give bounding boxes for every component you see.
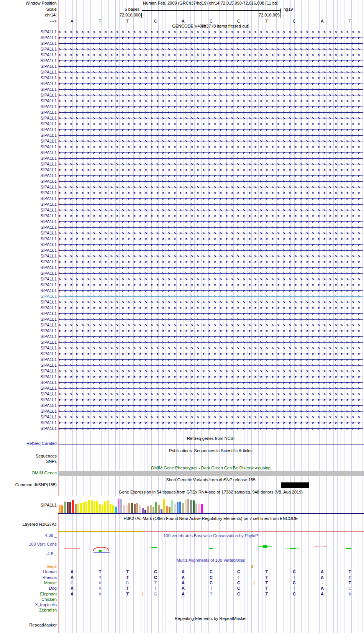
repeatmasker-track-label[interactable]: RepeatMasker — [0, 623, 57, 628]
gene-row-label[interactable]: SIPA1L1 — [0, 69, 57, 75]
gene-transcript-row[interactable]: >>>>>>>>>>>>>>>>>>>>>>>>>>>>>>>>>>>>>>>>… — [59, 242, 363, 248]
gene-transcript-row[interactable]: >>>>>>>>>>>>>>>>>>>>>>>>>>>>>>>>>>>>>>>>… — [59, 374, 363, 380]
gene-row-label[interactable]: SIPA1L1 — [0, 294, 57, 299]
gene-row-label[interactable]: SIPA1L1 — [0, 58, 57, 64]
gene-transcript-row[interactable]: >>>>>>>>>>>>>>>>>>>>>>>>>>>>>>>>>>>>>>>>… — [59, 75, 363, 81]
gene-transcript-row[interactable]: >>>>>>>>>>>>>>>>>>>>>>>>>>>>>>>>>>>>>>>>… — [59, 52, 363, 58]
gene-row-label[interactable]: SIPA1L1 — [0, 316, 57, 322]
gene-transcript-row[interactable]: >>>>>>>>>>>>>>>>>>>>>>>>>>>>>>>>>>>>>>>>… — [59, 299, 363, 305]
gene-transcript-row[interactable]: >>>>>>>>>>>>>>>>>>>>>>>>>>>>>>>>>>>>>>>>… — [59, 414, 363, 420]
gene-transcript-row[interactable]: >>>>>>>>>>>>>>>>>>>>>>>>>>>>>>>>>>>>>>>>… — [59, 98, 363, 104]
gene-transcript-row[interactable]: >>>>>>>>>>>>>>>>>>>>>>>>>>>>>>>>>>>>>>>>… — [59, 167, 363, 173]
gene-row-label[interactable]: SIPA1L1 — [0, 190, 57, 196]
gene-row-label[interactable]: SIPA1L1 — [0, 161, 57, 167]
gene-row-label[interactable]: SIPA1L1 — [0, 248, 57, 253]
gene-row-label[interactable]: SIPA1L1 — [0, 144, 57, 150]
gene-row-label[interactable]: SIPA1L1 — [0, 299, 57, 305]
gene-transcript-row[interactable]: >>>>>>>>>>>>>>>>>>>>>>>>>>>>>>>>>>>>>>>>… — [59, 248, 363, 253]
gtex-tissue-bar[interactable] — [128, 503, 130, 513]
gene-row-label[interactable]: SIPA1L1 — [0, 179, 57, 184]
gtex-tissue-bar[interactable] — [201, 504, 203, 513]
gene-transcript-row[interactable]: >>>>>>>>>>>>>>>>>>>>>>>>>>>>>>>>>>>>>>>>… — [59, 29, 363, 35]
gene-row-label[interactable]: SIPA1L1 — [0, 265, 57, 271]
gene-row-label[interactable]: SIPA1L1 — [0, 213, 57, 219]
gene-row-label[interactable]: SIPA1L1 — [0, 202, 57, 207]
gene-transcript-row[interactable]: >>>>>>>>>>>>>>>>>>>>>>>>>>>>>>>>>>>>>>>>… — [59, 345, 363, 351]
gene-row-label[interactable]: SIPA1L1 — [0, 219, 57, 225]
gene-row-label[interactable]: SIPA1L1 — [0, 35, 57, 41]
gtex-tissue-bar[interactable] — [198, 504, 200, 513]
gtex-gene-label[interactable]: SIPA1L1 — [0, 503, 57, 508]
gtex-tissue-bar[interactable] — [179, 502, 181, 513]
gene-row-label[interactable]: SIPA1L1 — [0, 75, 57, 81]
multiz-species-label-mouse[interactable]: Mouse — [0, 581, 57, 585]
gene-transcript-row[interactable]: >>>>>>>>>>>>>>>>>>>>>>>>>>>>>>>>>>>>>>>>… — [59, 173, 363, 179]
gene-transcript-row[interactable]: >>>>>>>>>>>>>>>>>>>>>>>>>>>>>>>>>>>>>>>>… — [59, 362, 363, 368]
gtex-tissue-bar[interactable] — [112, 505, 114, 513]
gene-row-label[interactable]: SIPA1L1 — [0, 408, 57, 414]
gene-transcript-row[interactable]: >>>>>>>>>>>>>>>>>>>>>>>>>>>>>>>>>>>>>>>>… — [59, 328, 363, 334]
h3k27ac-track-label[interactable]: Layered H3K27Ac — [0, 522, 57, 527]
gene-row-label[interactable]: SIPA1L1 — [0, 98, 57, 104]
gene-transcript-row[interactable]: >>>>>>>>>>>>>>>>>>>>>>>>>>>>>>>>>>>>>>>>… — [59, 207, 363, 213]
gtex-tissue-bar[interactable] — [85, 502, 87, 513]
gene-row-label[interactable]: SIPA1L1 — [0, 81, 57, 87]
gtex-tissue-bar[interactable] — [193, 500, 195, 513]
gtex-tissue-bar[interactable] — [77, 503, 79, 513]
gene-row-label[interactable]: SIPA1L1 — [0, 380, 57, 385]
gtex-tissue-bar[interactable] — [83, 502, 85, 513]
gene-row-label[interactable]: SIPA1L1 — [0, 127, 57, 133]
gene-row-label[interactable]: SIPA1L1 — [0, 271, 57, 276]
gene-transcript-row[interactable]: >>>>>>>>>>>>>>>>>>>>>>>>>>>>>>>>>>>>>>>>… — [59, 334, 363, 339]
gene-transcript-row[interactable]: >>>>>>>>>>>>>>>>>>>>>>>>>>>>>>>>>>>>>>>>… — [59, 311, 363, 316]
gene-row-label[interactable]: SIPA1L1 — [0, 173, 57, 179]
gene-transcript-row[interactable]: >>>>>>>>>>>>>>>>>>>>>>>>>>>>>>>>>>>>>>>>… — [59, 265, 363, 271]
refseq-curated-gene-bar[interactable] — [58, 444, 364, 444]
gene-row-label[interactable]: SIPA1L1 — [0, 207, 57, 213]
gtex-tissue-bar[interactable] — [166, 506, 168, 513]
gene-row-label[interactable]: SIPA1L1 — [0, 115, 57, 121]
gene-row-label[interactable]: SIPA1L1 — [0, 150, 57, 156]
gene-row-label[interactable]: SIPA1L1 — [0, 328, 57, 334]
gtex-tissue-bar[interactable] — [59, 505, 61, 513]
gene-transcript-row[interactable]: >>>>>>>>>>>>>>>>>>>>>>>>>>>>>>>>>>>>>>>>… — [59, 144, 363, 150]
gene-row-label[interactable]: SIPA1L1 — [0, 29, 57, 35]
gene-row-label[interactable]: SIPA1L1 — [0, 52, 57, 58]
gene-row-label[interactable]: SIPA1L1 — [0, 225, 57, 230]
omim-gene-bar[interactable] — [58, 471, 364, 476]
gene-row-label[interactable]: SIPA1L1 — [0, 156, 57, 161]
gene-transcript-row[interactable]: >>>>>>>>>>>>>>>>>>>>>>>>>>>>>>>>>>>>>>>>… — [59, 225, 363, 230]
refseq-curated-label[interactable]: RefSeq Curated — [0, 441, 57, 446]
gtex-tissue-bar[interactable] — [118, 499, 120, 513]
gene-transcript-row[interactable]: >>>>>>>>>>>>>>>>>>>>>>>>>>>>>>>>>>>>>>>>… — [59, 288, 363, 294]
gene-transcript-row[interactable]: >>>>>>>>>>>>>>>>>>>>>>>>>>>>>>>>>>>>>>>>… — [59, 64, 363, 69]
omim-genes-label[interactable]: OMIM Genes — [0, 471, 57, 476]
gtex-tissue-bar[interactable] — [158, 505, 160, 513]
gtex-tissue-bar[interactable] — [187, 499, 189, 513]
gene-row-label[interactable]: SIPA1L1 — [0, 230, 57, 236]
gene-transcript-row[interactable]: >>>>>>>>>>>>>>>>>>>>>>>>>>>>>>>>>>>>>>>>… — [59, 184, 363, 190]
gene-row-label[interactable]: SIPA1L1 — [0, 339, 57, 345]
gtex-tissue-bar[interactable] — [72, 500, 74, 513]
gene-transcript-row[interactable]: >>>>>>>>>>>>>>>>>>>>>>>>>>>>>>>>>>>>>>>>… — [59, 219, 363, 225]
sequences-track-label[interactable]: Sequences — [0, 454, 57, 459]
gene-transcript-row[interactable]: >>>>>>>>>>>>>>>>>>>>>>>>>>>>>>>>>>>>>>>>… — [59, 408, 363, 414]
gene-transcript-row[interactable]: >>>>>>>>>>>>>>>>>>>>>>>>>>>>>>>>>>>>>>>>… — [59, 305, 363, 311]
gene-transcript-row[interactable]: >>>>>>>>>>>>>>>>>>>>>>>>>>>>>>>>>>>>>>>>… — [59, 41, 363, 46]
gene-row-label[interactable]: SIPA1L1 — [0, 253, 57, 259]
phylop-track-label[interactable]: 100 Vert. Cons — [0, 542, 57, 547]
gene-row-label[interactable]: SIPA1L1 — [0, 420, 57, 426]
gene-transcript-row[interactable]: >>>>>>>>>>>>>>>>>>>>>>>>>>>>>>>>>>>>>>>>… — [59, 420, 363, 426]
gtex-tissue-bar[interactable] — [177, 502, 179, 513]
gene-transcript-row[interactable]: >>>>>>>>>>>>>>>>>>>>>>>>>>>>>>>>>>>>>>>>… — [59, 179, 363, 184]
gene-transcript-row[interactable]: >>>>>>>>>>>>>>>>>>>>>>>>>>>>>>>>>>>>>>>>… — [59, 339, 363, 345]
gene-row-label[interactable]: SIPA1L1 — [0, 426, 57, 431]
gene-transcript-row[interactable]: >>>>>>>>>>>>>>>>>>>>>>>>>>>>>>>>>>>>>>>>… — [59, 213, 363, 219]
gene-transcript-row[interactable]: >>>>>>>>>>>>>>>>>>>>>>>>>>>>>>>>>>>>>>>>… — [59, 58, 363, 64]
gtex-tissue-bar[interactable] — [110, 504, 111, 513]
gene-transcript-row[interactable]: >>>>>>>>>>>>>>>>>>>>>>>>>>>>>>>>>>>>>>>>… — [59, 69, 363, 75]
gene-transcript-row[interactable]: >>>>>>>>>>>>>>>>>>>>>>>>>>>>>>>>>>>>>>>>… — [59, 87, 363, 92]
gene-row-label[interactable]: SIPA1L1 — [0, 259, 57, 265]
multiz-species-label-dog[interactable]: Dog — [0, 586, 57, 591]
gene-transcript-row[interactable]: >>>>>>>>>>>>>>>>>>>>>>>>>>>>>>>>>>>>>>>>… — [59, 426, 363, 431]
